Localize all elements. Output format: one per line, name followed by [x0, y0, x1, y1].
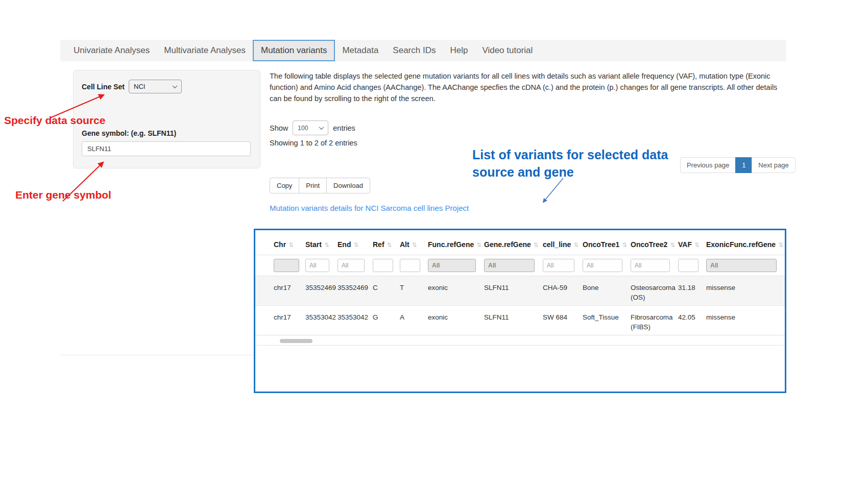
- column-header-func-refgene[interactable]: Func.refGene⇅: [428, 230, 484, 255]
- filter-cell-oncotree1: [583, 255, 631, 276]
- annotation-list-line1: List of variants for selected data: [472, 146, 668, 163]
- page-length-value: 100: [298, 125, 308, 132]
- column-label: Gene.refGene: [484, 240, 531, 249]
- tab-multivariate-analyses[interactable]: Multivariate Analyses: [157, 40, 253, 61]
- sort-icon[interactable]: ⇅: [476, 241, 481, 249]
- filter-cell-func-refgene: All: [428, 255, 484, 276]
- tab-metadata[interactable]: Metadata: [335, 40, 385, 61]
- column-label: VAF: [678, 240, 692, 249]
- sort-icon[interactable]: ⇅: [412, 241, 417, 249]
- cell-ref: C: [373, 276, 400, 306]
- chevron-down-icon: [173, 83, 178, 88]
- sort-icon[interactable]: ⇅: [534, 241, 539, 249]
- column-header-vaf[interactable]: VAF⇅: [678, 230, 706, 255]
- annotation-enter-gene-symbol: Enter gene symbol: [15, 189, 111, 201]
- cell-alt: T: [400, 276, 428, 306]
- copy-button[interactable]: Copy: [270, 178, 299, 193]
- column-label: Chr: [274, 240, 286, 249]
- variants-table: Chr⇅Start⇅End⇅Ref⇅Alt⇅Func.refGene⇅Gene.…: [255, 230, 785, 335]
- next-page-button[interactable]: Next page: [752, 157, 795, 173]
- tab-help[interactable]: Help: [443, 40, 475, 61]
- sort-icon[interactable]: ⇅: [387, 241, 392, 249]
- cell-start: 35352469: [305, 276, 337, 306]
- sort-icon[interactable]: ⇅: [573, 241, 578, 249]
- tab-mutation-variants[interactable]: Mutation variants: [253, 40, 335, 61]
- filter-input-oncotree2[interactable]: [631, 259, 670, 272]
- cell-oncotree2: Osteosarcoma (OS): [631, 276, 678, 306]
- gene-symbol-label: Gene symbol: (e.g. SLFN11): [82, 129, 252, 137]
- tab-search-ids[interactable]: Search IDs: [385, 40, 443, 61]
- print-button[interactable]: Print: [299, 178, 327, 193]
- table-row[interactable]: chr173535246935352469CTexonicSLFN11CHA-5…: [255, 276, 785, 306]
- filter-input-vaf[interactable]: [678, 259, 698, 272]
- column-header-end[interactable]: End⇅: [337, 230, 373, 255]
- sort-icon[interactable]: ⇅: [670, 241, 675, 249]
- scrollbar-thumb[interactable]: [280, 339, 312, 343]
- filter-input-oncotree1[interactable]: [583, 259, 622, 272]
- sort-icon[interactable]: ⇅: [622, 241, 627, 249]
- column-header-oncotree2[interactable]: OncoTree2⇅: [631, 230, 678, 255]
- filter-input-start[interactable]: [305, 259, 329, 272]
- column-header-alt[interactable]: Alt⇅: [400, 230, 428, 255]
- column-header-ref[interactable]: Ref⇅: [373, 230, 400, 255]
- cell-func-refgene: exonic: [428, 306, 484, 335]
- download-button[interactable]: Download: [326, 178, 370, 193]
- column-header-chr[interactable]: Chr⇅: [255, 230, 305, 255]
- filter-select-func-refgene[interactable]: All: [428, 259, 476, 272]
- filter-input-cell-line[interactable]: [543, 259, 574, 272]
- page-length-select[interactable]: 100: [293, 120, 328, 135]
- previous-page-button[interactable]: Previous page: [680, 157, 736, 173]
- filter-cell-oncotree2: [631, 255, 678, 276]
- table-title-link[interactable]: Mutation variants details for NCI Sarcom…: [270, 204, 469, 212]
- tab-univariate-analyses[interactable]: Univariate Analyses: [66, 40, 157, 61]
- gene-symbol-input[interactable]: [82, 141, 251, 156]
- cell-gene-refgene: SLFN11: [484, 306, 543, 335]
- horizontal-scrollbar[interactable]: [255, 335, 785, 346]
- filter-cell-ref: [373, 255, 400, 276]
- filter-cell-cell-line: [543, 255, 583, 276]
- nav-tabs: Univariate AnalysesMultivariate Analyses…: [60, 40, 786, 61]
- sort-icon[interactable]: ⇅: [353, 241, 358, 249]
- filter-select-chr[interactable]: [274, 259, 299, 272]
- sort-icon[interactable]: ⇅: [694, 241, 700, 249]
- filter-input-ref[interactable]: [373, 259, 393, 272]
- filter-input-alt[interactable]: [400, 259, 420, 272]
- column-label: Alt: [400, 240, 409, 249]
- cell-cell-line: CHA-59: [543, 276, 583, 306]
- page-length-control: Show 100 entries: [270, 120, 355, 135]
- cell-exonicfunc-refgene: missense: [706, 306, 785, 335]
- entries-label: entries: [333, 124, 355, 132]
- chevron-down-icon: [319, 125, 324, 130]
- filter-cell-chr: [255, 255, 305, 276]
- annotation-list-of-variants: List of variants for selected data sourc…: [472, 146, 668, 181]
- cell-vaf: 31.18: [678, 276, 706, 306]
- cell-start: 35353042: [305, 306, 337, 335]
- column-header-gene-refgene[interactable]: Gene.refGene⇅: [484, 230, 543, 255]
- sort-icon[interactable]: ⇅: [324, 241, 329, 249]
- sort-icon[interactable]: ⇅: [778, 241, 783, 249]
- annotation-specify-data-source: Specify data source: [4, 114, 105, 127]
- column-header-exonicfunc-refgene[interactable]: ExonicFunc.refGene⇅: [706, 230, 785, 255]
- column-header-oncotree1[interactable]: OncoTree1⇅: [583, 230, 631, 255]
- table-row[interactable]: chr173535304235353042GAexonicSLFN11SW 68…: [255, 306, 785, 335]
- filter-cell-alt: [400, 255, 428, 276]
- cell-oncotree2: Fibrosarcoma (FIBS): [631, 306, 678, 335]
- sort-icon[interactable]: ⇅: [288, 241, 294, 249]
- column-label: Func.refGene: [428, 240, 474, 249]
- variants-table-container: Chr⇅Start⇅End⇅Ref⇅Alt⇅Func.refGene⇅Gene.…: [254, 229, 786, 393]
- table-description-text: The following table displays the selecte…: [270, 70, 783, 104]
- filter-select-gene-refgene[interactable]: All: [484, 259, 535, 272]
- filter-select-exonicfunc-refgene[interactable]: All: [706, 259, 777, 272]
- cell-oncotree1: Bone: [583, 276, 631, 306]
- tab-video-tutorial[interactable]: Video tutorial: [475, 40, 540, 61]
- export-buttons: CopyPrintDownload: [270, 178, 370, 193]
- column-header-start[interactable]: Start⇅: [305, 230, 337, 255]
- column-header-cell-line[interactable]: cell_line⇅: [543, 230, 583, 255]
- page-1-button[interactable]: 1: [735, 157, 752, 173]
- filter-input-end[interactable]: [337, 259, 365, 272]
- column-label: OncoTree2: [631, 240, 667, 249]
- column-label: ExonicFunc.refGene: [706, 240, 776, 249]
- cell-line-set-select[interactable]: NCI: [129, 80, 182, 93]
- cell-line-set-value: NCI: [134, 83, 145, 90]
- cell-gene-refgene: SLFN11: [484, 276, 543, 306]
